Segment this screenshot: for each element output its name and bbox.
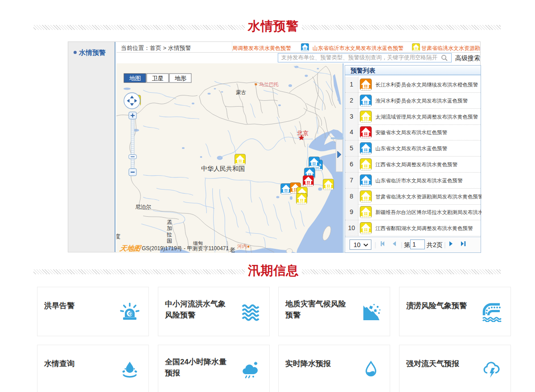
- svg-text:北京: 北京: [297, 130, 309, 136]
- svg-text:河内: 河内: [237, 243, 247, 249]
- svg-text:GS(2019)1719号 - 甲测资字1100471: GS(2019)1719号 - 甲测资字1100471: [142, 245, 229, 252]
- svg-text:中华人民共和国: 中华人民共和国: [201, 165, 245, 172]
- svg-text:乌兰巴托: 乌兰巴托: [259, 82, 279, 87]
- svg-text:地形: 地形: [175, 75, 186, 82]
- svg-text:卫星: 卫星: [152, 75, 164, 82]
- svg-text:地图: 地图: [129, 75, 141, 82]
- svg-text:孟加拉国: 孟加拉国: [166, 219, 172, 244]
- svg-text:老: 老: [229, 247, 235, 253]
- svg-text:尼泊尔: 尼泊尔: [135, 204, 151, 210]
- svg-text:天地图: 天地图: [119, 244, 142, 252]
- svg-text:度: 度: [116, 233, 120, 240]
- svg-text:蒙古: 蒙古: [236, 90, 246, 95]
